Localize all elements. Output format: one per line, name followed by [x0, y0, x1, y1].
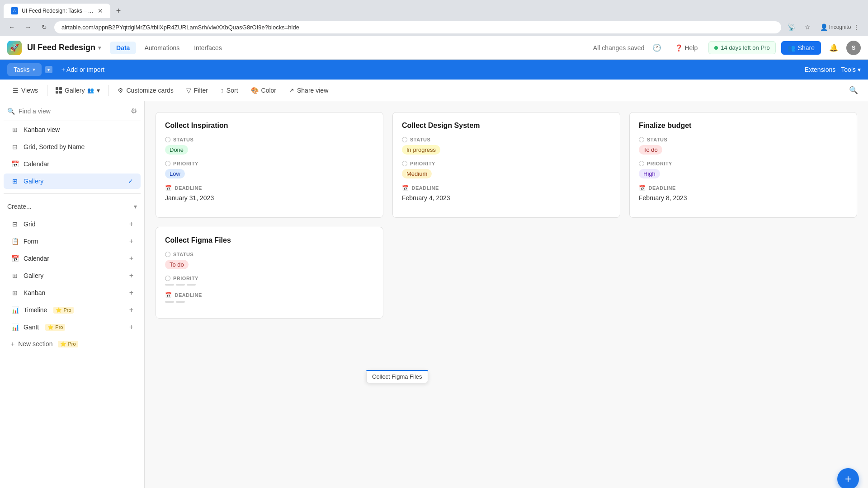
- bookmark-button[interactable]: ☆: [801, 21, 814, 33]
- customize-cards-button[interactable]: ⚙ Customize cards: [112, 84, 179, 97]
- toolbar-separator-2: [108, 85, 108, 96]
- create-gallery-icon: ⊞: [11, 272, 19, 280]
- filter-label: Filter: [194, 87, 208, 94]
- card-collect-figma-files[interactable]: Collect Figma Files STATUS To do PRIORIT…: [156, 227, 383, 319]
- avatar[interactable]: S: [846, 41, 861, 55]
- create-chevron-icon[interactable]: ▾: [134, 203, 137, 210]
- card-collect-design-system[interactable]: Collect Design System STATUS In progress…: [392, 112, 620, 218]
- notifications-button[interactable]: 🔔: [826, 41, 841, 55]
- sidebar-search-input[interactable]: [19, 108, 127, 115]
- profile-button[interactable]: 👤: [817, 21, 830, 33]
- app-title: UI Feed Redesign ▾: [27, 43, 101, 52]
- create-gallery-plus-icon: +: [129, 272, 133, 280]
- create-calendar-item[interactable]: 📅 Calendar +: [4, 251, 141, 266]
- share-view-button[interactable]: ↗ Share view: [283, 84, 334, 97]
- nav-data-button[interactable]: Data: [110, 42, 136, 54]
- pro-badge[interactable]: 14 days left on Pro: [708, 41, 775, 54]
- add-import-label: + Add or import: [61, 66, 104, 73]
- app-logo: 🚀: [7, 41, 22, 55]
- sidebar-item-gallery[interactable]: ⊞ Gallery ✓: [4, 174, 141, 189]
- reload-button[interactable]: ↻: [38, 21, 51, 33]
- deadline-value-1: January 31, 2023: [165, 194, 214, 202]
- filter-button[interactable]: ▽ Filter: [181, 84, 213, 97]
- help-label: Help: [684, 44, 698, 52]
- sidebar-item-kanban-label: Kanban view: [24, 126, 60, 133]
- cast-button[interactable]: 📡: [785, 21, 797, 33]
- share-view-icon: ↗: [289, 87, 294, 94]
- menu-button[interactable]: ⋮: [850, 21, 863, 33]
- create-gallery-item[interactable]: ⊞ Gallery +: [4, 268, 141, 283]
- nav-automations-button[interactable]: Automations: [138, 42, 186, 54]
- deadline-icon-4: 📅: [165, 292, 172, 298]
- view-toggle-button[interactable]: ▾: [45, 66, 52, 73]
- active-tab[interactable]: A UI Feed Redesign: Tasks – Airtabl... ✕: [4, 4, 110, 18]
- browser-actions: 📡 ☆ 👤 Incognito ⋮: [785, 21, 863, 33]
- card-finalize-budget[interactable]: Finalize budget STATUS To do PRIORITY Hi…: [629, 112, 857, 218]
- create-kanban-item[interactable]: ⊞ Kanban +: [4, 285, 141, 300]
- header-nav: Data Automations Interfaces: [110, 42, 228, 54]
- create-form-plus-icon: +: [129, 237, 133, 245]
- priority-label-4: PRIORITY: [173, 276, 198, 281]
- create-form-item[interactable]: 📋 Form +: [4, 234, 141, 249]
- toolbar-search-button[interactable]: 🔍: [846, 83, 861, 98]
- tools-button[interactable]: Tools ▾: [841, 66, 861, 73]
- deadline-label-4: DEADLINE: [175, 292, 202, 298]
- extensions-button[interactable]: Extensions: [805, 66, 835, 73]
- fab-add-button[interactable]: +: [837, 468, 859, 488]
- create-grid-item[interactable]: ⊟ Grid +: [4, 216, 141, 232]
- sidebar-search-icon: 🔍: [7, 108, 15, 115]
- create-timeline-item[interactable]: 📊 Timeline ⭐ Pro +: [4, 302, 141, 318]
- timeline-pro-badge: ⭐ Pro: [53, 307, 73, 314]
- status-icon-2: [402, 137, 407, 142]
- tasks-tab[interactable]: Tasks ▾: [7, 63, 42, 76]
- create-gallery-label: Gallery: [24, 272, 43, 279]
- sidebar-item-kanban[interactable]: ⊞ Kanban view: [4, 122, 141, 137]
- back-button[interactable]: ←: [5, 21, 18, 33]
- share-label: Share: [798, 44, 815, 52]
- tab-close-button[interactable]: ✕: [98, 7, 103, 14]
- new-section-item[interactable]: + New section ⭐ Pro: [4, 337, 141, 351]
- sidebar-item-calendar[interactable]: 📅 Calendar: [4, 156, 141, 172]
- share-view-label: Share view: [297, 87, 328, 94]
- priority-badge-2: Medium: [402, 169, 432, 178]
- new-section-label: New section: [18, 340, 52, 347]
- priority-icon-2: [402, 161, 407, 166]
- sidebar-search: 🔍 ⚙: [0, 101, 144, 121]
- active-check-icon: ✓: [128, 178, 133, 185]
- share-button[interactable]: 👥 Share: [781, 41, 821, 55]
- card-collect-inspiration[interactable]: Collect Inspiration STATUS Done PRIORITY…: [156, 112, 383, 218]
- browser-chrome: A UI Feed Redesign: Tasks – Airtabl... ✕…: [0, 0, 868, 36]
- share-icon: 👥: [788, 44, 795, 52]
- help-icon: ❓: [675, 44, 683, 52]
- url-bar[interactable]: airtable.com/appnB2PYqtdgiMrZG/tbliXpR4Z…: [54, 21, 781, 33]
- card-title-3: Finalize budget: [639, 122, 848, 130]
- create-gantt-icon: 📊: [11, 323, 19, 331]
- app-title-chevron-icon[interactable]: ▾: [98, 45, 101, 51]
- toolbar: ☰ Views Gallery 👥 ▾ ⚙ Customize cards ▽ …: [0, 80, 868, 101]
- tab-bar: A UI Feed Redesign: Tasks – Airtabl... ✕…: [0, 0, 868, 18]
- app-title-text: UI Feed Redesign: [27, 43, 95, 52]
- gallery-view-button[interactable]: Gallery 👥 ▾: [51, 84, 104, 97]
- status-icon-1: [165, 137, 170, 142]
- help-button[interactable]: ❓ Help: [670, 42, 703, 54]
- pro-dot: [714, 46, 718, 50]
- address-bar: ← → ↻ airtable.com/appnB2PYqtdgiMrZG/tbl…: [0, 18, 868, 36]
- color-button[interactable]: 🎨 Color: [245, 84, 282, 97]
- incognito-label: Incognito: [834, 21, 846, 33]
- sort-icon: ↕: [221, 87, 224, 94]
- card-field-status-2: STATUS In progress: [402, 137, 611, 155]
- add-import-button[interactable]: + Add or import: [56, 63, 110, 76]
- nav-interfaces-button[interactable]: Interfaces: [188, 42, 228, 54]
- sidebar-gear-icon[interactable]: ⚙: [131, 107, 137, 115]
- tab-title: UI Feed Redesign: Tasks – Airtabl...: [22, 8, 94, 14]
- new-tab-button[interactable]: +: [112, 5, 125, 17]
- history-button[interactable]: 🕐: [650, 41, 664, 55]
- create-gantt-item[interactable]: 📊 Gantt ⭐ Pro +: [4, 319, 141, 335]
- calendar-icon: 📅: [11, 160, 19, 168]
- sort-button[interactable]: ↕ Sort: [215, 84, 244, 97]
- forward-button[interactable]: →: [22, 21, 34, 33]
- status-icon-3: [639, 137, 644, 142]
- sidebar-item-grid-sorted[interactable]: ⊟ Grid, Sorted by Name: [4, 139, 141, 155]
- create-timeline-plus-icon: +: [129, 306, 133, 314]
- views-button[interactable]: ☰ Views: [7, 84, 43, 97]
